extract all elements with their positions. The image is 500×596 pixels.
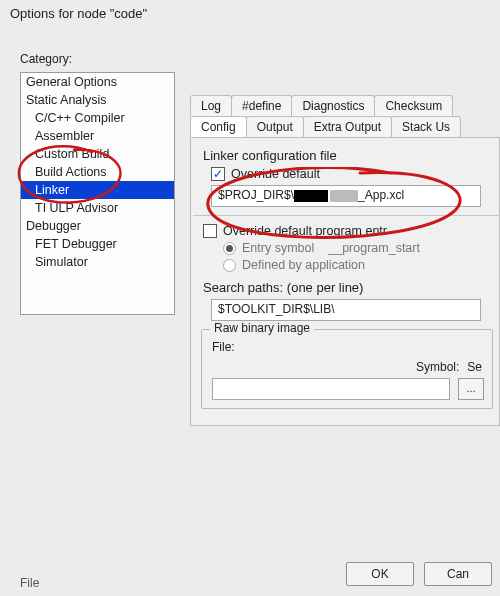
raw-binary-symbol-label: Symbol:: [416, 360, 459, 374]
separator-1: [193, 215, 500, 216]
category-item-assembler[interactable]: Assembler: [21, 127, 174, 145]
tab-extra-output[interactable]: Extra Output: [303, 116, 392, 137]
tab-row-2: Config Output Extra Output Stack Us: [190, 116, 500, 137]
category-item-simulator[interactable]: Simulator: [21, 253, 174, 271]
category-item-general-options[interactable]: General Options: [21, 73, 174, 91]
cancel-button[interactable]: Can: [424, 562, 492, 586]
tab-diagnostics[interactable]: Diagnostics: [291, 95, 375, 116]
category-label: Category:: [20, 52, 72, 66]
file-menu-label[interactable]: File: [20, 576, 39, 590]
ok-button[interactable]: OK: [346, 562, 414, 586]
category-list[interactable]: General Options Static Analysis C/C++ Co…: [20, 72, 175, 315]
category-item-build-actions[interactable]: Build Actions: [21, 163, 174, 181]
defined-by-app-radio[interactable]: [223, 259, 236, 272]
raw-binary-file-label: File:: [212, 340, 246, 354]
tab-config[interactable]: Config: [190, 116, 247, 137]
category-item-debugger[interactable]: Debugger: [21, 217, 174, 235]
defined-by-app-label: Defined by application: [242, 258, 365, 272]
override-default-checkbox[interactable]: [211, 167, 225, 181]
tab-checksum[interactable]: Checksum: [374, 95, 453, 116]
category-item-fet-debugger[interactable]: FET Debugger: [21, 235, 174, 253]
raw-binary-file-input[interactable]: [212, 378, 450, 400]
config-tab-body: Linker configuration file Override defau…: [190, 137, 500, 426]
entry-symbol-label: Entry symbol: [242, 241, 314, 255]
options-dialog: Options for node "code" Category: Genera…: [0, 0, 500, 596]
right-panel: Log #define Diagnostics Checksum Config …: [190, 95, 500, 535]
raw-binary-legend: Raw binary image: [210, 321, 314, 335]
override-program-entry-label: Override default program entr: [223, 224, 387, 238]
tab-row-1: Log #define Diagnostics Checksum: [190, 95, 500, 116]
category-item-ulp-advisor[interactable]: TI ULP Advisor: [21, 199, 174, 217]
raw-binary-group: Raw binary image File: Symbol: Se ...: [201, 329, 493, 409]
override-program-entry-checkbox[interactable]: [203, 224, 217, 238]
category-item-custom-build[interactable]: Custom Build: [21, 145, 174, 163]
category-item-static-analysis[interactable]: Static Analysis: [21, 91, 174, 109]
override-program-entry-row[interactable]: Override default program entr: [203, 224, 489, 238]
search-paths-label: Search paths: (one per line): [203, 280, 489, 295]
entry-symbol-value: __program_start: [328, 241, 420, 255]
redacted-segment-2: [330, 190, 358, 202]
category-item-linker[interactable]: Linker: [21, 181, 174, 199]
entry-symbol-row[interactable]: Entry symbol __program_start: [223, 241, 489, 255]
redacted-segment-1: [294, 190, 328, 202]
window-title: Options for node "code": [0, 0, 500, 25]
config-path-prefix: $PROJ_DIR$\: [218, 188, 294, 202]
raw-binary-browse-button[interactable]: ...: [458, 378, 484, 400]
linker-config-path-input[interactable]: $PROJ_DIR$\_App.xcl: [211, 185, 481, 207]
entry-symbol-radio[interactable]: [223, 242, 236, 255]
tab-stack-usage[interactable]: Stack Us: [391, 116, 461, 137]
tab-output[interactable]: Output: [246, 116, 304, 137]
override-default-label: Override default: [231, 167, 320, 181]
category-item-compiler[interactable]: C/C++ Compiler: [21, 109, 174, 127]
defined-by-app-row[interactable]: Defined by application: [223, 258, 489, 272]
tab-log[interactable]: Log: [190, 95, 232, 116]
search-paths-input[interactable]: $TOOLKIT_DIR$\LIB\: [211, 299, 481, 321]
tab-define[interactable]: #define: [231, 95, 292, 116]
config-path-suffix: _App.xcl: [358, 188, 404, 202]
dialog-buttons: OK Can: [346, 562, 492, 586]
linker-config-label: Linker configuration file: [203, 148, 489, 163]
override-default-row[interactable]: Override default: [211, 167, 489, 181]
raw-binary-se-label: Se: [467, 360, 482, 374]
